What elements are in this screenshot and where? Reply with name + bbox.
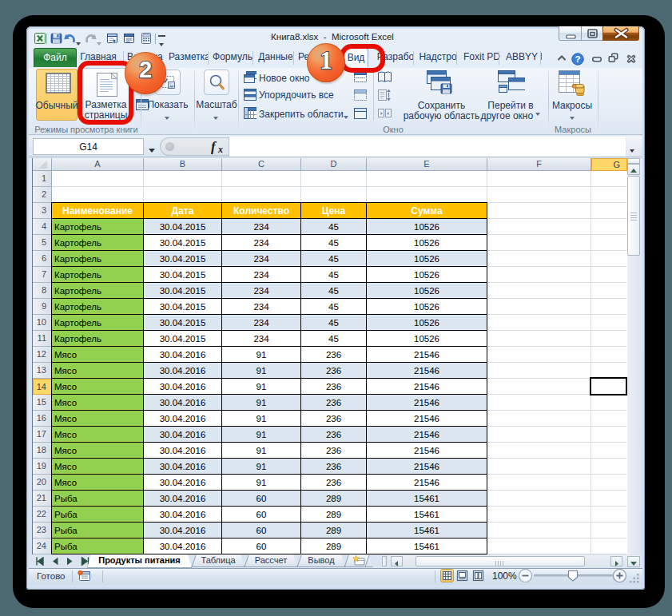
svg-text:f: f — [211, 139, 217, 154]
svg-text:?: ? — [575, 54, 580, 64]
svg-text:x: x — [217, 144, 223, 154]
